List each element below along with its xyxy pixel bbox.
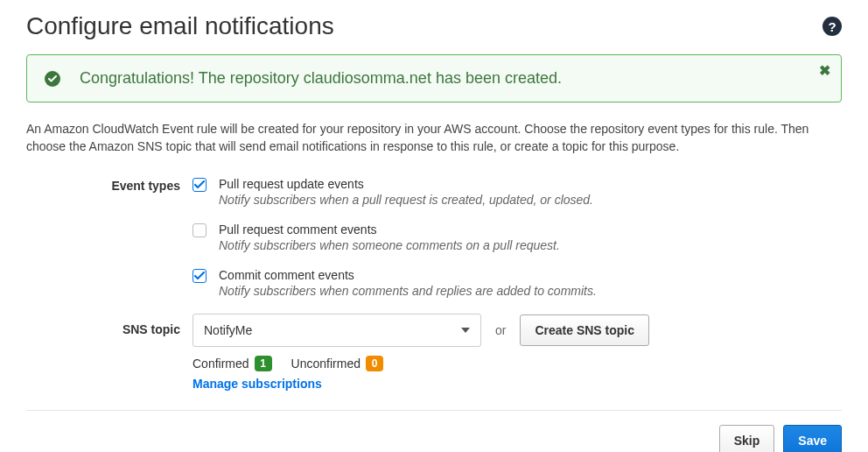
event-types-list: Pull request update events Notify subscr… (192, 177, 842, 298)
manage-subscriptions-link[interactable]: Manage subscriptions (192, 377, 842, 391)
page-title: Configure email notifications (26, 12, 334, 40)
close-icon[interactable]: ✖ (819, 62, 830, 79)
check-circle-icon (45, 71, 60, 87)
checkbox-pull-request-update[interactable] (192, 178, 206, 192)
event-type-desc: Notify subscribers when a pull request i… (219, 193, 593, 207)
save-button[interactable]: Save (783, 425, 842, 452)
checkbox-pull-request-comment[interactable] (192, 223, 206, 237)
help-icon[interactable]: ? (822, 17, 842, 36)
or-separator: or (495, 323, 506, 337)
event-type-desc: Notify subscribers when someone comments… (219, 238, 560, 252)
divider (26, 410, 842, 411)
sns-topic-label: SNS topic (26, 314, 192, 391)
alert-message: Congratulations! The repository claudios… (80, 69, 562, 88)
sns-topic-value: NotifyMe (204, 323, 252, 337)
event-type-desc: Notify subscribers when comments and rep… (219, 284, 597, 298)
page-description: An Amazon CloudWatch Event rule will be … (26, 120, 842, 156)
confirmed-count-badge: 1 (255, 356, 272, 371)
skip-button[interactable]: Skip (719, 425, 775, 452)
chevron-down-icon (461, 328, 470, 333)
sns-topic-select[interactable]: NotifyMe (192, 314, 481, 347)
event-types-label: Event types (26, 177, 192, 298)
confirmed-label: Confirmed (192, 357, 249, 371)
success-alert: Congratulations! The repository claudios… (26, 54, 842, 102)
unconfirmed-count-badge: 0 (366, 356, 383, 371)
checkbox-commit-comment[interactable] (192, 269, 206, 283)
event-type-title: Pull request update events (219, 177, 593, 191)
create-sns-topic-button[interactable]: Create SNS topic (520, 314, 649, 346)
event-type-title: Commit comment events (219, 268, 597, 282)
event-type-title: Pull request comment events (219, 222, 560, 237)
unconfirmed-label: Unconfirmed (291, 357, 360, 371)
